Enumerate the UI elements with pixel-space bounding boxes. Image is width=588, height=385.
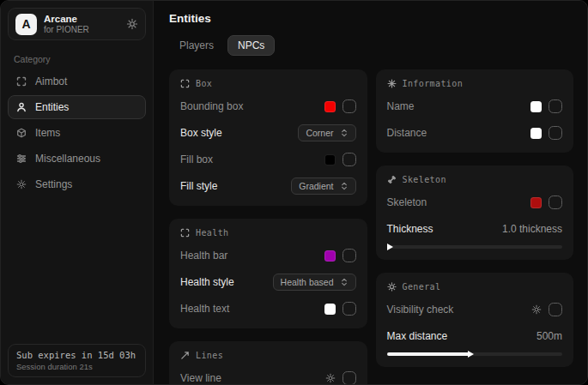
bounding-box-checkbox[interactable]	[342, 99, 356, 113]
health-style-row: Health style Health based	[180, 274, 356, 291]
distance-checkbox[interactable]	[549, 126, 562, 140]
card-title: Skeleton	[403, 175, 446, 184]
information-card: Information Name Distance	[376, 69, 574, 153]
sliders-icon	[15, 153, 27, 164]
sidebar-item-label: Settings	[35, 178, 72, 190]
sidebar-item-label: Aimbot	[35, 75, 67, 87]
app-title: Arcane	[44, 14, 119, 25]
health-bar-checkbox[interactable]	[342, 249, 356, 262]
fill-style-select[interactable]: Gradient	[291, 177, 355, 195]
view-line-settings-gear-icon[interactable]	[325, 373, 336, 383]
name-label: Name	[387, 100, 415, 112]
session-duration-text: Session duration 21s	[16, 362, 137, 371]
gear-icon	[15, 179, 27, 189]
health-text-label: Health text	[180, 303, 229, 315]
thickness-row: Thickness 1.0 thickness	[387, 220, 563, 238]
fill-style-value: Gradient	[299, 181, 333, 191]
crosshair-icon	[15, 76, 27, 87]
health-style-value: Health based	[281, 277, 334, 287]
general-card: General Visibility check Max distance	[376, 273, 574, 367]
sidebar-nav: Aimbot Entities Items Miscellaneous	[8, 69, 146, 196]
skeleton-checkbox[interactable]	[549, 196, 562, 209]
app-subtitle: for PIONER	[44, 25, 119, 35]
sidebar-item-settings[interactable]: Settings	[8, 172, 146, 196]
visibility-check-checkbox[interactable]	[549, 303, 562, 316]
entities-icon	[15, 102, 27, 112]
health-card: Health Health bar Health style Health ba…	[169, 219, 367, 328]
skeleton-card: Skeleton Skeleton Thickness 1.0 thicknes…	[376, 165, 574, 260]
card-title: Information	[403, 79, 464, 88]
sidebar-item-items[interactable]: Items	[8, 121, 146, 145]
thickness-value: 1.0 thickness	[502, 223, 562, 235]
unfold-icon	[340, 182, 349, 190]
sidebar-item-aimbot[interactable]: Aimbot	[8, 69, 146, 93]
name-checkbox[interactable]	[549, 99, 562, 113]
skeleton-label: Skeleton	[387, 196, 427, 208]
card-title: Box	[196, 79, 212, 88]
main-panel: Entities Players NPCs Box Bounding box	[154, 1, 587, 384]
fill-style-label: Fill style	[180, 180, 217, 192]
health-text-color-swatch[interactable]	[324, 304, 336, 315]
max-distance-row: Max distance 500m	[387, 328, 563, 345]
max-distance-value: 500m	[536, 330, 562, 342]
max-distance-slider[interactable]	[387, 352, 563, 356]
max-distance-label: Max distance	[387, 330, 448, 342]
health-bar-label: Health bar	[180, 250, 227, 262]
visibility-check-settings-gear-icon[interactable]	[531, 304, 542, 315]
sidebar-item-entities[interactable]: Entities	[8, 95, 146, 119]
bone-icon	[387, 175, 397, 184]
cube-icon	[15, 128, 27, 138]
view-line-row: View line	[180, 370, 356, 385]
app-logo: A	[15, 14, 37, 35]
box-style-select[interactable]: Corner	[298, 124, 355, 141]
card-title: General	[403, 282, 441, 292]
card-title: Lines	[196, 351, 223, 360]
visibility-check-row: Visibility check	[387, 301, 563, 318]
health-style-select[interactable]: Health based	[273, 274, 356, 291]
sidebar-item-miscellaneous[interactable]: Miscellaneous	[8, 147, 146, 171]
scan-brackets-icon	[180, 228, 190, 238]
tab-players[interactable]: Players	[169, 35, 224, 56]
thickness-label: Thickness	[387, 223, 433, 235]
sidebar-item-label: Entities	[35, 101, 69, 113]
brand-gear-icon[interactable]	[126, 18, 138, 30]
page-title: Entities	[169, 12, 573, 25]
skeleton-color-swatch[interactable]	[530, 197, 542, 208]
box-style-value: Corner	[306, 128, 333, 138]
box-card: Box Bounding box Box style Corner	[169, 69, 367, 206]
sub-expires-text: Sub expires in 15d 03h	[16, 350, 137, 360]
lines-card: Lines View line Line to enemy	[169, 341, 367, 385]
tab-npcs[interactable]: NPCs	[227, 35, 275, 56]
health-bar-color-swatch[interactable]	[324, 250, 336, 262]
card-title: Health	[196, 228, 229, 238]
sidebar-item-label: Miscellaneous	[35, 153, 100, 165]
fill-box-checkbox[interactable]	[342, 153, 356, 166]
view-line-checkbox[interactable]	[342, 371, 356, 385]
asterisk-icon	[387, 79, 397, 88]
thickness-slider-thumb[interactable]	[387, 244, 393, 250]
distance-label: Distance	[387, 127, 427, 139]
health-text-checkbox[interactable]	[342, 302, 356, 316]
bounding-box-row: Bounding box	[180, 98, 356, 115]
entity-tabs: Players NPCs	[169, 35, 573, 56]
visibility-check-label: Visibility check	[387, 304, 454, 316]
sun-icon	[387, 282, 397, 292]
skeleton-row: Skeleton	[387, 194, 563, 211]
distance-color-swatch[interactable]	[530, 128, 542, 139]
name-color-swatch[interactable]	[530, 101, 542, 112]
box-style-row: Box style Corner	[180, 124, 356, 141]
bounding-box-color-swatch[interactable]	[324, 101, 336, 112]
subscription-info-card: Sub expires in 15d 03h Session duration …	[8, 344, 146, 377]
fill-box-row: Fill box	[180, 151, 356, 168]
box-style-label: Box style	[180, 127, 222, 139]
max-distance-slider-thumb[interactable]	[468, 351, 474, 358]
health-style-label: Health style	[180, 276, 234, 288]
fill-box-color-swatch[interactable]	[324, 154, 336, 165]
unfold-icon	[340, 278, 349, 286]
health-bar-row: Health bar	[180, 247, 356, 264]
fill-style-row: Fill style Gradient	[180, 177, 356, 195]
bounding-box-label: Bounding box	[180, 100, 243, 112]
thickness-slider[interactable]	[387, 245, 563, 249]
fill-box-label: Fill box	[180, 153, 213, 165]
unfold-icon	[340, 129, 349, 137]
